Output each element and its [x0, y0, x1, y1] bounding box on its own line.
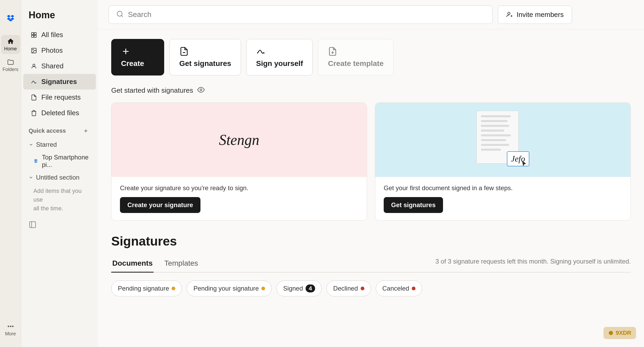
search-box[interactable] [109, 5, 493, 24]
svg-point-21 [200, 89, 202, 91]
nav-all-files[interactable]: All files [23, 27, 96, 43]
quick-access-add-button[interactable]: + [81, 126, 91, 136]
pending-signature-dot [172, 287, 175, 290]
filter-canceled[interactable]: Canceled [376, 281, 422, 296]
file-nav: Home All files Photos Shared Signatures … [21, 0, 98, 347]
quick-access-section: Quick access + [21, 121, 98, 138]
watermark: 9XDR [603, 327, 636, 339]
icon-bar: Home Folders More [0, 0, 21, 347]
nav-shared[interactable]: Shared [23, 58, 96, 74]
untitled-section: Untitled section Add items that you use … [21, 171, 98, 215]
left-panel: Home Folders More Home All files [0, 0, 98, 347]
invite-members-button[interactable]: Invite members [498, 6, 572, 24]
cursor-icon [521, 161, 527, 167]
create-signature-card: Stengn Create your signature so you're r… [111, 103, 367, 221]
action-buttons: Create Get signatures Sign yourself [111, 39, 631, 75]
dropbox-logo[interactable] [1, 8, 20, 27]
declined-dot [361, 287, 364, 290]
document-illustration: Jefo [476, 111, 529, 169]
get-signatures-card-button[interactable]: Get signatures [384, 197, 443, 213]
signatures-title: Signatures [111, 234, 631, 248]
search-input[interactable] [128, 10, 485, 19]
svg-point-8 [33, 49, 33, 50]
tab-documents[interactable]: Documents [111, 255, 154, 273]
untitled-empty-text: Add items that you use all the time. [23, 184, 96, 215]
filter-chips: Pending signature Pending your signature… [111, 281, 631, 296]
top-bar: Invite members [98, 0, 644, 29]
svg-rect-5 [32, 35, 34, 37]
starred-item-smartphone[interactable]: Top Smartphone pi... [23, 151, 96, 171]
svg-rect-6 [34, 35, 36, 37]
nav-file-requests[interactable]: File requests [23, 90, 96, 105]
svg-line-12 [121, 15, 123, 17]
filter-signed[interactable]: Signed 4 [276, 281, 322, 296]
create-your-signature-button[interactable]: Create your signature [120, 197, 200, 213]
tab-info: 3 of 3 signature requests left this mont… [435, 258, 631, 269]
visibility-icon[interactable] [197, 86, 205, 95]
svg-rect-4 [34, 33, 36, 35]
tab-templates[interactable]: Templates [163, 255, 199, 273]
signed-badge: 4 [306, 284, 315, 292]
nav-photos[interactable]: Photos [23, 43, 96, 58]
get-signatures-button[interactable]: Get signatures [169, 39, 241, 75]
filter-pending-your-signature[interactable]: Pending your signature [187, 281, 272, 296]
svg-point-11 [117, 11, 122, 16]
svg-rect-10 [30, 222, 36, 228]
canceled-dot [412, 287, 415, 290]
sidebar-item-home[interactable]: Home [1, 35, 20, 54]
svg-point-1 [10, 326, 11, 327]
starred-header[interactable]: Starred [23, 138, 96, 151]
content-area: Create Get signatures Sign yourself [98, 29, 644, 306]
svg-point-13 [508, 12, 510, 15]
main-content: Invite members Create Get signatures [98, 0, 644, 347]
tabs-row: Documents Templates 3 of 3 signature req… [111, 255, 631, 273]
pending-your-signature-dot [261, 287, 265, 290]
nav-signatures[interactable]: Signatures [23, 74, 96, 90]
cards-row: Stengn Create your signature so you're r… [111, 103, 631, 221]
sidebar-panel-toggle[interactable] [21, 215, 98, 235]
filter-pending-signature[interactable]: Pending signature [111, 281, 182, 296]
get-signatures-body: Get your first document signed in a few … [375, 177, 630, 220]
create-signature-visual: Stengn [111, 103, 367, 177]
get-started-row: Get started with signatures [111, 86, 631, 95]
filter-declined[interactable]: Declined [327, 281, 371, 296]
get-signatures-card: Jefo Get your first document signed in a… [375, 103, 631, 221]
signatures-section: Signatures Documents Templates 3 of 3 si… [111, 234, 631, 296]
svg-point-2 [12, 326, 13, 327]
svg-point-9 [33, 64, 35, 66]
search-icon [116, 10, 124, 19]
svg-rect-3 [32, 33, 34, 35]
create-button[interactable]: Create [111, 39, 164, 75]
nav-deleted-files[interactable]: Deleted files [23, 105, 96, 121]
page-title: Home [21, 5, 98, 27]
sidebar-item-folders[interactable]: Folders [1, 56, 20, 75]
untitled-section-header[interactable]: Untitled section [23, 171, 96, 184]
starred-section: Starred Top Smartphone pi... [21, 138, 98, 171]
sidebar-item-more[interactable]: More [1, 320, 20, 339]
create-template-button[interactable]: Create template [318, 39, 393, 75]
get-signatures-visual: Jefo [375, 103, 630, 177]
sign-yourself-button[interactable]: Sign yourself [246, 39, 313, 75]
svg-point-0 [8, 326, 9, 327]
create-signature-body: Create your signature so you're ready to… [111, 177, 367, 220]
